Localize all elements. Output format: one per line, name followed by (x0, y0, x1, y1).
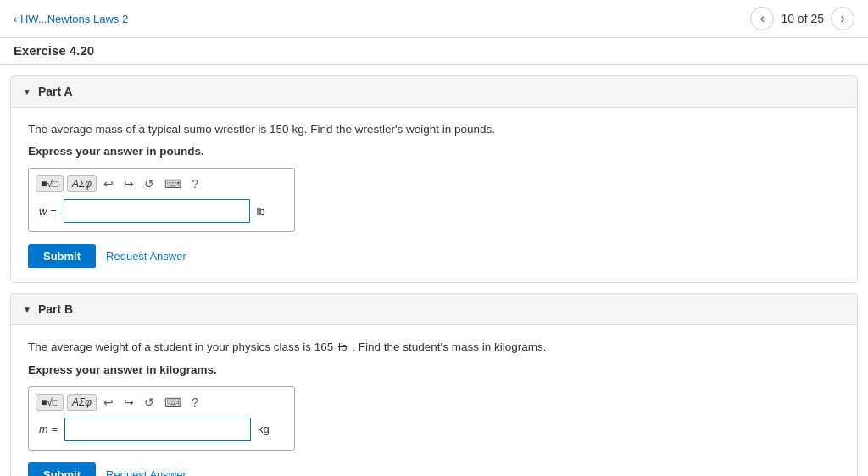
part-a-header[interactable]: ▼ Part A (11, 76, 857, 107)
part-b-submit-btn[interactable]: Submit (28, 462, 96, 477)
part-b-toolbar: ■√□ ΑΣφ ↩ ↪ ↺ ⌨ ? (36, 394, 287, 411)
part-b-unit-lb: lb (337, 340, 349, 353)
part-a-action-row: Submit Request Answer (28, 244, 840, 268)
refresh-btn-a[interactable]: ↺ (141, 175, 158, 192)
nav-counter: 10 of 25 (781, 12, 824, 25)
undo-btn-a[interactable]: ↩ (100, 175, 117, 192)
part-a-submit-btn[interactable]: Submit (28, 244, 96, 268)
prev-button[interactable]: ‹ (750, 7, 774, 30)
part-a-input-container: ■√□ ΑΣφ ↩ ↪ ↺ ⌨ ? w = lb (28, 168, 295, 232)
part-a-unit: lb (257, 205, 265, 218)
part-a-answer-input[interactable] (64, 199, 250, 223)
part-b-question-prefix: The average weight of a student in your … (28, 340, 333, 353)
help-btn-b[interactable]: ? (188, 394, 202, 411)
part-b-question: The average weight of a student in your … (28, 339, 840, 356)
part-b-instruction: Express your answer in kilograms. (28, 363, 840, 376)
part-a-input-row: w = lb (36, 199, 287, 223)
part-a-toolbar: ■√□ ΑΣφ ↩ ↪ ↺ ⌨ ? (36, 175, 287, 192)
part-b-answer-input[interactable] (64, 418, 251, 441)
math-template-btn-a[interactable]: ■√□ (36, 175, 64, 192)
keyboard-btn-b[interactable]: ⌨ (161, 394, 185, 411)
help-btn-a[interactable]: ? (188, 175, 202, 192)
math-symbol-btn-b[interactable]: ΑΣφ (67, 394, 97, 411)
back-link[interactable]: HW...Newtons Laws 2 (14, 13, 128, 25)
part-b-input-container: ■√□ ΑΣφ ↩ ↪ ↺ ⌨ ? m = kg (28, 386, 295, 451)
part-b-var-label: m = (39, 423, 58, 435)
part-a-var-label: w = (39, 205, 57, 218)
part-a-instruction: Express your answer in pounds. (28, 145, 840, 158)
part-b-label: Part B (38, 302, 73, 316)
part-a-body: The average mass of a typical sumo wrest… (11, 107, 857, 282)
part-a-section: ▼ Part A The average mass of a typical s… (10, 75, 858, 283)
part-a-question: The average mass of a typical sumo wrest… (28, 121, 840, 138)
collapse-icon-b: ▼ (23, 305, 31, 314)
main-content: ▼ Part A The average mass of a typical s… (0, 75, 868, 476)
refresh-btn-b[interactable]: ↺ (141, 394, 158, 411)
part-b-unit: kg (258, 423, 270, 435)
redo-btn-b[interactable]: ↪ (120, 394, 137, 411)
math-symbol-btn-a[interactable]: ΑΣφ (67, 175, 97, 192)
part-b-action-row: Submit Request Answer (28, 462, 840, 477)
math-template-btn-b[interactable]: ■√□ (36, 394, 64, 411)
part-b-header[interactable]: ▼ Part B (11, 294, 857, 324)
next-button[interactable]: › (831, 7, 854, 30)
keyboard-btn-a[interactable]: ⌨ (161, 175, 185, 192)
redo-btn-a[interactable]: ↪ (120, 175, 137, 192)
part-a-label: Part A (38, 85, 73, 98)
part-b-question-suffix: . Find the student's mass in kilograms. (352, 340, 546, 353)
nav-controls: ‹ 10 of 25 › (750, 7, 854, 30)
top-nav: HW...Newtons Laws 2 ‹ 10 of 25 › (0, 0, 868, 38)
part-b-section: ▼ Part B The average weight of a student… (10, 293, 858, 476)
part-b-body: The average weight of a student in your … (11, 324, 857, 476)
part-b-request-link[interactable]: Request Answer (106, 468, 186, 477)
part-a-request-link[interactable]: Request Answer (106, 250, 186, 263)
undo-btn-b[interactable]: ↩ (100, 394, 117, 411)
page-title: Exercise 4.20 (0, 38, 868, 65)
part-b-input-row: m = kg (36, 418, 287, 441)
collapse-icon-a: ▼ (23, 87, 31, 97)
